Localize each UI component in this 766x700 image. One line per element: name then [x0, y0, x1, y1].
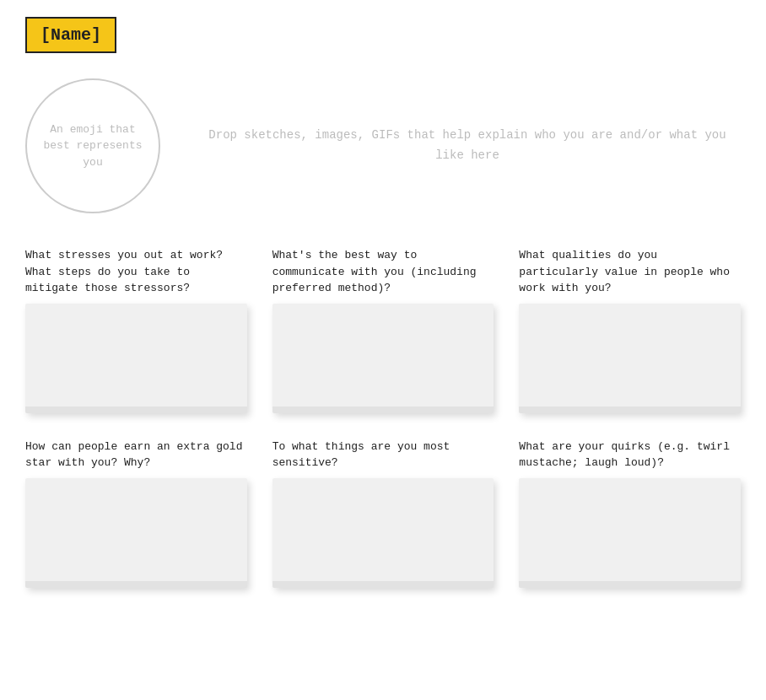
question-block-2: What's the best way to communicate with … [272, 247, 494, 413]
question-block-1: What stresses you out at work? What step… [25, 247, 247, 413]
question-label-4: How can people earn an extra gold star w… [25, 439, 247, 471]
emoji-circle[interactable]: An emoji that best represents you [25, 78, 160, 213]
top-section: An emoji that best represents you Drop s… [25, 78, 741, 213]
sticky-note-6[interactable] [519, 478, 741, 588]
question-label-2: What's the best way to communicate with … [272, 247, 494, 297]
name-badge: [Name] [25, 17, 116, 53]
question-label-6: What are your quirks (e.g. twirl mustach… [519, 439, 741, 471]
drop-zone[interactable]: Drop sketches, images, GIFs that help ex… [194, 78, 741, 213]
question-label-3: What qualities do you particularly value… [519, 247, 741, 297]
question-block-5: To what things are you most sensitive? [272, 439, 494, 588]
emoji-placeholder-text: An emoji that best represents you [27, 113, 159, 180]
sticky-note-4[interactable] [25, 478, 247, 588]
header: [Name] [25, 17, 741, 53]
question-label-1: What stresses you out at work? What step… [25, 247, 247, 297]
sticky-note-3[interactable] [519, 304, 741, 413]
sticky-note-2[interactable] [272, 304, 494, 413]
question-block-3: What qualities do you particularly value… [519, 247, 741, 413]
questions-grid: What stresses you out at work? What step… [25, 247, 741, 588]
sticky-note-5[interactable] [272, 478, 494, 588]
drop-zone-text: Drop sketches, images, GIFs that help ex… [194, 126, 741, 166]
question-block-6: What are your quirks (e.g. twirl mustach… [519, 439, 741, 588]
question-block-4: How can people earn an extra gold star w… [25, 439, 247, 588]
sticky-note-1[interactable] [25, 304, 247, 413]
question-label-5: To what things are you most sensitive? [272, 439, 494, 471]
